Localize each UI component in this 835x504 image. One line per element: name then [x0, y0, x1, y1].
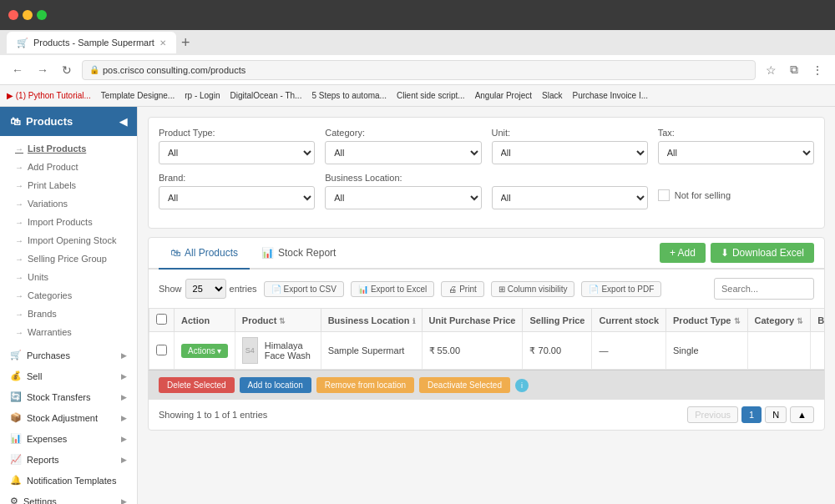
- close-button[interactable]: [8, 10, 18, 20]
- deactivate-selected-button[interactable]: Deactivate Selected: [419, 377, 510, 393]
- refresh-button[interactable]: ↻: [58, 62, 75, 78]
- bookmark-slack[interactable]: Slack: [542, 91, 562, 100]
- lock-icon: 🔒: [89, 65, 99, 74]
- bookmark-purchase[interactable]: Purchase Invoice I...: [572, 91, 648, 100]
- next-page-button[interactable]: N: [765, 406, 787, 423]
- row-checkbox[interactable]: [156, 345, 167, 355]
- sidebar-group-expenses[interactable]: 📊 Expenses ▶: [0, 428, 137, 449]
- actions-button[interactable]: Actions ▾: [181, 344, 228, 358]
- tax-select[interactable]: All: [658, 141, 814, 164]
- category-sort-icon[interactable]: ⇅: [797, 317, 803, 325]
- bookmarks-icon[interactable]: ☆: [762, 62, 780, 78]
- browser-tab[interactable]: 🛒 Products - Sample Supermart ✕: [7, 32, 176, 53]
- url-bar[interactable]: 🔒 pos.crisco consulting.com/products: [82, 60, 756, 80]
- download-excel-button[interactable]: ⬇ Download Excel: [711, 243, 814, 263]
- sidebar-item-import-opening-stock[interactable]: Import Opening Stock: [0, 231, 137, 249]
- export-pdf-button[interactable]: 📄 Export to PDF: [581, 281, 661, 297]
- entries-select[interactable]: 25 50 100: [185, 279, 226, 299]
- sidebar-item-units[interactable]: Units: [0, 268, 137, 286]
- forward-button[interactable]: →: [33, 62, 52, 78]
- sidebar-item-brands[interactable]: Brands: [0, 305, 137, 323]
- menu-icon[interactable]: ⋮: [808, 62, 827, 78]
- unit-select[interactable]: All: [492, 141, 648, 164]
- export-excel-button[interactable]: 📊 Export to Excel: [351, 281, 434, 297]
- column-visibility-button[interactable]: ⊞ Column visibility: [491, 281, 575, 297]
- sidebar-group-stock-adjustment[interactable]: 📦 Stock Adjustment ▶: [0, 407, 137, 428]
- minimize-button[interactable]: [23, 10, 33, 20]
- search-input[interactable]: [714, 278, 814, 300]
- sidebar-item-variations[interactable]: Variations: [0, 194, 137, 213]
- sidebar-item-print-labels[interactable]: Print Labels: [0, 176, 137, 194]
- sidebar-group-notification-templates[interactable]: 🔔 Notification Templates: [0, 470, 137, 491]
- sidebar-item-selling-price-group[interactable]: Selling Price Group: [0, 249, 137, 268]
- add-to-location-button[interactable]: Add to location: [240, 377, 311, 393]
- new-tab-button[interactable]: +: [176, 34, 190, 52]
- sidebar: 🛍 Products ◀ List Products Add Product P…: [0, 107, 138, 504]
- bookmark-5steps[interactable]: 5 Steps to automa...: [311, 91, 387, 100]
- sidebar-group-reports[interactable]: 📈 Reports ▶: [0, 449, 137, 470]
- bookmark-template[interactable]: Template Designe...: [101, 91, 175, 100]
- sidebar-group-settings[interactable]: ⚙ Settings ▶: [0, 491, 137, 504]
- th-checkbox: [149, 309, 175, 332]
- sidebar-item-add-product[interactable]: Add Product: [0, 158, 137, 176]
- row-current-stock-cell: —: [592, 332, 666, 370]
- page-1-button[interactable]: 1: [741, 406, 762, 423]
- category-label: Category:: [325, 128, 481, 138]
- maximize-button[interactable]: [37, 10, 47, 20]
- row-checkbox-cell: [149, 332, 175, 370]
- previous-page-button[interactable]: Previous: [687, 406, 738, 423]
- row-selling-price: ₹ 70.00: [529, 345, 561, 355]
- tab-stock-report[interactable]: 📊 Stock Report: [250, 238, 347, 270]
- tab-all-products[interactable]: 🛍 All Products: [159, 238, 250, 270]
- business-sort-icon[interactable]: ℹ: [412, 317, 415, 325]
- export-csv-button[interactable]: 📄 Export to CSV: [264, 281, 344, 297]
- not-for-selling-checkbox[interactable]: [658, 189, 670, 201]
- remove-from-location-button[interactable]: Remove from location: [316, 377, 414, 393]
- print-button[interactable]: 🖨 Print: [441, 281, 484, 297]
- product-type-select[interactable]: All: [159, 141, 315, 164]
- info-button[interactable]: i: [515, 379, 529, 392]
- bookmark-python[interactable]: ▶ (1) Python Tutorial...: [7, 91, 91, 100]
- product-sort-icon[interactable]: ⇅: [279, 317, 286, 325]
- sidebar-group-stock-transfers[interactable]: 🔄 Stock Transfers ▶: [0, 386, 137, 407]
- row-unit-purchase-price: ₹ 55.00: [429, 345, 461, 355]
- category-select[interactable]: All: [325, 141, 481, 164]
- sidebar-group-purchases[interactable]: 🛒 Purchases ▶: [0, 345, 137, 365]
- filter-row-1: Product Type: All Category: All Unit: Al…: [159, 128, 814, 164]
- scroll-up-button[interactable]: ▲: [790, 406, 814, 423]
- filter-product-type: Product Type: All: [159, 128, 315, 164]
- tab-close-icon[interactable]: ✕: [159, 38, 166, 48]
- th-current-stock: Current stock: [592, 309, 666, 332]
- entries-label: entries: [230, 284, 257, 294]
- brand-select[interactable]: All: [159, 186, 315, 209]
- delete-selected-button[interactable]: Delete Selected: [159, 377, 235, 393]
- products-table: Action Product ⇅ Business Location ℹ: [149, 308, 824, 370]
- settings-icon: ⚙: [10, 496, 18, 504]
- sidebar-item-import-products[interactable]: Import Products: [0, 213, 137, 231]
- add-button[interactable]: + Add: [660, 243, 706, 263]
- business-location-select[interactable]: All: [325, 186, 481, 209]
- sidebar-brands-label: Brands: [28, 309, 57, 319]
- th-product: Product ⇅: [235, 309, 321, 332]
- extensions-icon[interactable]: ⧉: [787, 61, 802, 78]
- back-button[interactable]: ←: [8, 62, 27, 78]
- sidebar-products-header[interactable]: 🛍 Products ◀: [0, 107, 137, 136]
- sidebar-products-title: Products: [26, 115, 73, 128]
- sidebar-item-list-products[interactable]: List Products: [0, 139, 137, 158]
- sidebar-item-categories[interactable]: Categories: [0, 286, 137, 305]
- sidebar-item-warranties[interactable]: Warranties: [0, 323, 137, 341]
- location-select[interactable]: All: [492, 186, 648, 209]
- sidebar-collapse-icon[interactable]: ◀: [119, 116, 127, 128]
- export-csv-label: Export to CSV: [284, 285, 337, 294]
- table-footer: Showing 1 to 1 of 1 entries Previous 1 N…: [149, 400, 824, 430]
- bookmark-rp[interactable]: rp - Login: [185, 91, 220, 100]
- bookmark-digitalocean[interactable]: DigitalOcean - Th...: [230, 91, 301, 100]
- nav-bar: ← → ↻ 🔒 pos.crisco consulting.com/produc…: [0, 55, 835, 85]
- select-all-checkbox[interactable]: [156, 314, 167, 325]
- sidebar-group-sell[interactable]: 💰 Sell ▶: [0, 365, 137, 386]
- bookmark-client[interactable]: Client side script...: [397, 91, 465, 100]
- filter-brand: Brand: All: [159, 173, 315, 209]
- bookmark-angular[interactable]: Angular Project: [475, 91, 532, 100]
- product-type-sort-icon[interactable]: ⇅: [734, 317, 741, 325]
- row-biz-location-cell: Sample Supermart: [321, 332, 422, 370]
